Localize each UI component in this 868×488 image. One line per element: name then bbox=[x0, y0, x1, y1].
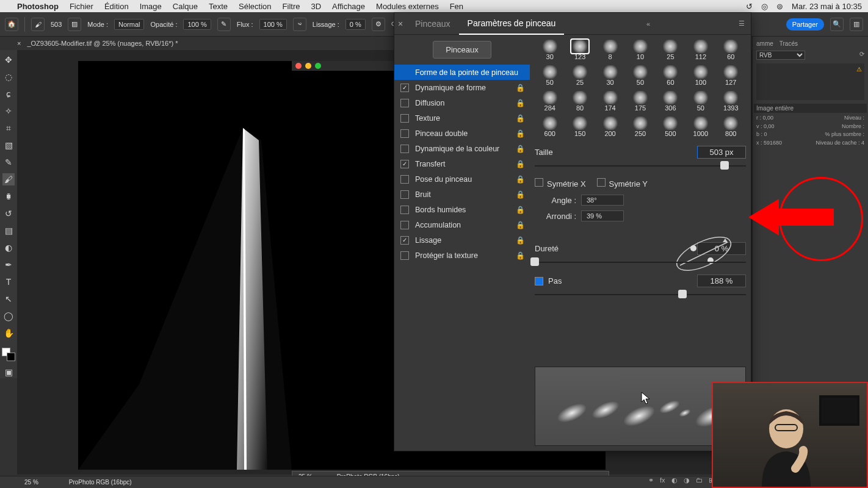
brush-option-7[interactable]: Pose du pinceau🔒 bbox=[394, 171, 530, 187]
taille-slider[interactable] bbox=[535, 161, 746, 171]
brush-preset-200[interactable]: 200 bbox=[595, 114, 625, 140]
lock-icon[interactable]: 🔒 bbox=[516, 160, 525, 168]
lock-icon[interactable]: 🔒 bbox=[516, 190, 525, 199]
brush-preset-100[interactable]: 100 bbox=[685, 63, 715, 88]
menu-image[interactable]: Image bbox=[140, 2, 162, 11]
brush-preset-50[interactable]: 50 bbox=[685, 88, 715, 114]
brush-option-10[interactable]: Accumulation🔒 bbox=[394, 217, 530, 232]
brush-preset-25[interactable]: 25 bbox=[656, 37, 685, 63]
brush-preset-picker[interactable]: 🖌 bbox=[31, 18, 45, 31]
menu-fichier[interactable]: Fichier bbox=[70, 2, 93, 11]
brush-option-checkbox[interactable] bbox=[400, 129, 409, 138]
search-icon[interactable]: 🔍 bbox=[830, 18, 844, 31]
stats-header[interactable]: Image entière bbox=[754, 104, 867, 113]
pinceaux-button[interactable]: Pinceaux bbox=[433, 41, 491, 59]
menu-modules[interactable]: Modules externes bbox=[376, 2, 439, 11]
brush-option-checkbox[interactable] bbox=[400, 175, 409, 184]
brush-option-checkbox[interactable] bbox=[400, 99, 409, 107]
brush-preset-306[interactable]: 306 bbox=[656, 88, 685, 114]
brush-preset-600[interactable]: 600 bbox=[535, 114, 565, 140]
brush-preset-10[interactable]: 10 bbox=[625, 37, 655, 63]
move-tool[interactable]: ✥ bbox=[2, 54, 15, 66]
fx-icon[interactable]: fx bbox=[660, 476, 665, 484]
opacity-input[interactable]: 100 % bbox=[183, 19, 211, 30]
brush-preset-60[interactable]: 60 bbox=[716, 37, 746, 63]
brush-option-checkbox[interactable] bbox=[400, 206, 409, 214]
opacity-pressure-icon[interactable]: ✎ bbox=[217, 18, 231, 31]
brush-preset-50[interactable]: 50 bbox=[625, 63, 655, 88]
tab-close-icon[interactable]: × bbox=[17, 40, 21, 47]
menu-edition[interactable]: Édition bbox=[104, 2, 129, 11]
airbrush-icon[interactable]: ༄ bbox=[293, 18, 306, 31]
tab-traces[interactable]: Tracés bbox=[779, 40, 798, 47]
window-max-icon[interactable] bbox=[315, 63, 321, 69]
arrondi-field[interactable]: 39 % bbox=[581, 210, 624, 221]
brush-preset-250[interactable]: 250 bbox=[625, 114, 655, 140]
brush-option-checkbox[interactable] bbox=[400, 221, 409, 229]
document-tab[interactable]: × _OZ93605-Modifier.tif @ 25% (nuages, R… bbox=[17, 37, 178, 50]
brush-preset-1393[interactable]: 1393 bbox=[716, 88, 746, 114]
brush-preset-1000[interactable]: 1000 bbox=[685, 114, 715, 140]
crop-tool[interactable]: ⌗ bbox=[2, 122, 15, 134]
frame-tool[interactable]: ▧ bbox=[2, 139, 15, 151]
symetrie-x-checkbox[interactable] bbox=[535, 178, 543, 187]
refresh-icon[interactable]: ⟳ bbox=[859, 51, 864, 57]
panel-close-icon[interactable]: × bbox=[394, 19, 407, 29]
status-zoom[interactable]: 25 % bbox=[24, 479, 38, 486]
dodge-tool[interactable]: ◐ bbox=[2, 242, 15, 254]
window-min-icon[interactable] bbox=[305, 63, 311, 69]
menu-selection[interactable]: Sélection bbox=[239, 2, 271, 11]
gradient-tool[interactable]: ▤ bbox=[2, 224, 15, 237]
color-swatch[interactable] bbox=[2, 348, 15, 361]
brush-tool[interactable]: 🖌 bbox=[2, 173, 15, 185]
menu-3d[interactable]: 3D bbox=[311, 2, 321, 11]
brush-preset-grid[interactable]: 3012381025112605025305060100127284801741… bbox=[535, 37, 746, 140]
lock-icon[interactable]: 🔒 bbox=[516, 221, 525, 229]
durete-slider[interactable] bbox=[535, 257, 746, 267]
brush-option-checkbox[interactable] bbox=[400, 236, 409, 245]
quickmask-icon[interactable]: ▣ bbox=[2, 366, 15, 378]
brush-size-readout[interactable]: 503 bbox=[51, 21, 62, 28]
lock-icon[interactable]: 🔒 bbox=[516, 236, 525, 245]
tab-pinceaux[interactable]: Pinceaux bbox=[407, 13, 459, 35]
brush-option-checkbox[interactable] bbox=[400, 84, 409, 92]
brush-preset-30[interactable]: 30 bbox=[595, 63, 625, 88]
taille-input[interactable]: 503 px bbox=[697, 146, 746, 159]
panel-menu-icon[interactable]: ☰ bbox=[732, 20, 751, 27]
brush-preset-500[interactable]: 500 bbox=[656, 114, 685, 140]
lock-icon[interactable]: 🔒 bbox=[516, 114, 525, 123]
brush-option-5[interactable]: Dynamique de la couleur🔒 bbox=[394, 141, 530, 156]
brush-preset-60[interactable]: 60 bbox=[656, 63, 685, 88]
tab-histogramme[interactable]: amme bbox=[756, 40, 773, 47]
brush-preset-150[interactable]: 150 bbox=[565, 114, 595, 140]
lock-icon[interactable]: 🔒 bbox=[516, 99, 525, 107]
workspace-icon[interactable]: ▥ bbox=[850, 18, 863, 31]
brush-option-8[interactable]: Bruit🔒 bbox=[394, 187, 530, 202]
brush-option-4[interactable]: Pinceau double🔒 bbox=[394, 126, 530, 141]
adjustment-icon[interactable]: ◑ bbox=[684, 476, 690, 484]
brush-option-1[interactable]: Dynamique de forme🔒 bbox=[394, 80, 530, 95]
brush-option-12[interactable]: Protéger la texture🔒 bbox=[394, 248, 530, 263]
warning-icon[interactable]: ⚠ bbox=[856, 66, 862, 73]
menu-filtre[interactable]: Filtre bbox=[283, 2, 300, 11]
brush-preset-284[interactable]: 284 bbox=[535, 88, 565, 114]
pen-tool[interactable]: ✒ bbox=[2, 259, 15, 271]
lasso-tool[interactable]: ɕ bbox=[2, 88, 15, 100]
flux-input[interactable]: 100 % bbox=[259, 19, 287, 30]
brush-option-3[interactable]: Texture🔒 bbox=[394, 110, 530, 126]
lock-icon[interactable]: 🔒 bbox=[516, 175, 525, 184]
type-tool[interactable]: T bbox=[2, 276, 15, 288]
brush-option-checkbox[interactable] bbox=[400, 190, 409, 199]
brush-preset-8[interactable]: 8 bbox=[595, 37, 625, 63]
brush-option-checkbox[interactable] bbox=[400, 251, 409, 260]
brush-preset-123[interactable]: 123 bbox=[565, 37, 595, 63]
stamp-tool[interactable]: ⧯ bbox=[2, 190, 15, 203]
symetrie-y-checkbox[interactable] bbox=[597, 178, 606, 187]
share-button[interactable]: Partager bbox=[786, 18, 824, 30]
menu-fenetre[interactable]: Fen bbox=[450, 2, 463, 11]
mask-icon[interactable]: ◐ bbox=[671, 476, 678, 484]
brush-preset-174[interactable]: 174 bbox=[595, 88, 625, 114]
eyedropper-tool[interactable]: ✎ bbox=[2, 156, 15, 168]
marquee-tool[interactable]: ◌ bbox=[2, 71, 15, 83]
link-icon[interactable]: ⚭ bbox=[648, 476, 654, 484]
